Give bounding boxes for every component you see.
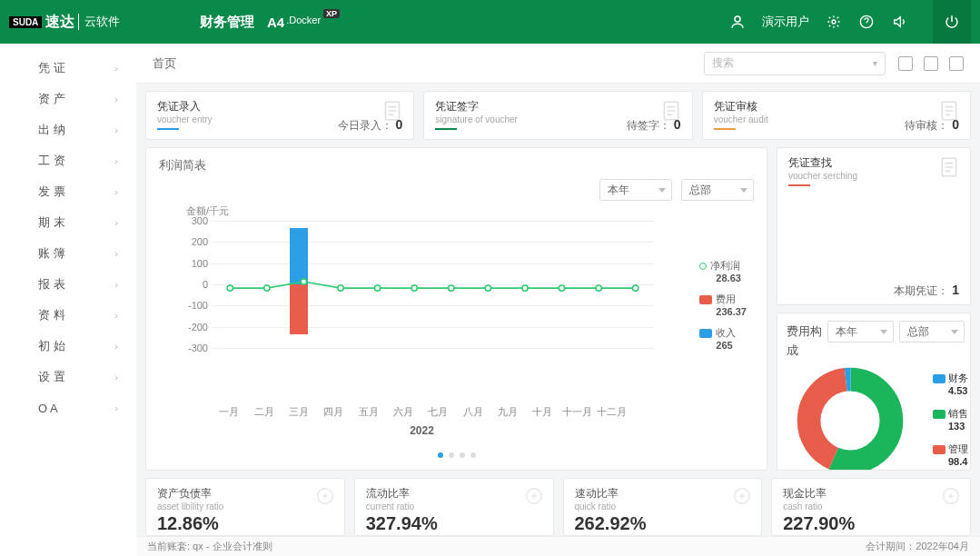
legend-income: 收入265 <box>699 326 747 351</box>
ratio-icon <box>941 486 961 506</box>
profit-title: 利润简表 <box>159 157 754 174</box>
user-icon[interactable] <box>729 14 746 30</box>
chevron-right-icon: › <box>114 248 118 259</box>
sidebar-item-8[interactable]: 资 料› <box>0 300 136 331</box>
chevron-right-icon: › <box>114 310 118 321</box>
kpi-card-3[interactable]: 凭证查找 voucher serching 本期凭证：1 <box>777 147 971 305</box>
sidebar-item-5[interactable]: 期 末› <box>0 207 136 238</box>
chevron-right-icon: › <box>114 217 118 228</box>
ratio-icon <box>732 486 752 506</box>
help-icon[interactable] <box>858 14 875 30</box>
chevron-down-icon: ▾ <box>873 58 877 68</box>
svg-point-13 <box>485 285 490 291</box>
chevron-right-icon: › <box>114 124 118 135</box>
chevron-right-icon: › <box>114 372 118 382</box>
kpi-accent <box>714 128 736 130</box>
kpi-title: 凭证查找 <box>788 156 832 169</box>
breadcrumb[interactable]: 首页 <box>153 55 176 72</box>
sidebar-item-7[interactable]: 报 表› <box>0 269 136 300</box>
kpi-subtitle: voucher serching <box>788 171 959 181</box>
logo-cloud: 云软件 <box>78 14 120 30</box>
kpi-value: 今日录入：0 <box>338 117 403 134</box>
sidebar-item-0[interactable]: 凭 证› <box>0 53 136 84</box>
chart-year: 2022 <box>410 424 434 437</box>
sidebar-item-11[interactable]: O A› <box>0 392 136 423</box>
ratio-card-2[interactable]: 速动比率 quick ratio 262.92% <box>563 478 763 536</box>
cost-dept-select[interactable]: 总部 <box>899 321 965 343</box>
app-sub: .Docker <box>286 15 321 25</box>
expand-icon-2[interactable] <box>924 56 938 71</box>
app-xp-badge: XP <box>323 9 340 18</box>
kpi-card-0[interactable]: 凭证录入 voucher entry 今日录入：0 <box>145 91 414 140</box>
sidebar-item-10[interactable]: 设 置› <box>0 362 136 392</box>
cost-year-select[interactable]: 本年 <box>827 321 894 343</box>
profit-chart: 金额/千元 3002001000-100-200-300一月二月三月四月五月六月… <box>159 204 754 444</box>
chevron-right-icon: › <box>114 94 118 104</box>
power-button[interactable] <box>933 0 971 44</box>
chevron-right-icon: › <box>114 341 118 352</box>
donut-legend-item: 财务4.53 <box>933 372 968 396</box>
kpi-value: 待审核：0 <box>905 117 959 134</box>
svg-point-17 <box>632 285 638 291</box>
module-title: 财务管理 <box>200 14 254 31</box>
legend-expense: 费用236.37 <box>699 293 747 317</box>
status-bar: 当前账套: qx - 企业会计准则 会计期间：2022年04月 <box>136 536 980 556</box>
logo: SUDA 速达 云软件 <box>0 13 136 32</box>
ratio-card-3[interactable]: 现金比率 cash ratio 227.90% <box>771 478 971 536</box>
current-account: 当前账套: qx - 企业会计准则 <box>147 540 272 553</box>
sidebar-item-4[interactable]: 发 票› <box>0 176 136 207</box>
ratio-card-0[interactable]: 资产负债率 asset libility ratio 12.86% <box>145 478 345 536</box>
cost-title-2: 成 <box>787 343 798 357</box>
kpi-accent <box>157 128 179 130</box>
sidebar-item-6[interactable]: 账 簿› <box>0 238 136 269</box>
search-placeholder: 搜索 <box>712 55 734 71</box>
net-profit-line <box>212 221 654 355</box>
fullscreen-icon[interactable] <box>949 56 964 71</box>
cost-donut-chart: 财务4.53销售133管理98.4 <box>787 366 965 471</box>
carousel-dots[interactable] <box>159 448 754 461</box>
sidebar-item-9[interactable]: 初 始› <box>0 331 136 362</box>
expand-icon-1[interactable] <box>898 56 913 71</box>
kpi-card-2[interactable]: 凭证审核 voucher audit 待审核：0 <box>702 91 971 140</box>
logo-badge: SUDA <box>9 16 42 28</box>
sidebar: 凭 证›资 产›出 纳›工 资›发 票›期 末›账 簿›报 表›资 料›初 始›… <box>0 44 136 556</box>
accounting-period: 会计期间：2022年04月 <box>866 540 969 553</box>
app-name: A4 .Docker XP <box>267 15 340 30</box>
kpi-card-1[interactable]: 凭证签字 signature of voucher 待签字：0 <box>423 91 692 140</box>
kpi-title: 凭证录入 <box>157 100 201 113</box>
sidebar-item-3[interactable]: 工 资› <box>0 145 136 176</box>
ratio-card-1[interactable]: 流动比率 current ratio 327.94% <box>354 478 554 536</box>
gear-icon[interactable] <box>826 14 842 30</box>
svg-point-10 <box>374 285 380 291</box>
main: 首页 搜索 ▾ 凭证录入 voucher entry 今日录入：0凭证签字 si… <box>136 44 980 556</box>
user-name[interactable]: 演示用户 <box>762 14 809 30</box>
document-icon <box>937 155 961 179</box>
svg-point-11 <box>411 285 417 291</box>
svg-point-16 <box>596 285 601 291</box>
kpi-value: 待签字：0 <box>627 117 681 134</box>
sidebar-item-2[interactable]: 出 纳› <box>0 114 136 145</box>
svg-point-7 <box>264 285 270 291</box>
search-input[interactable]: 搜索 ▾ <box>704 52 886 75</box>
ratio-icon <box>524 486 544 506</box>
chevron-right-icon: › <box>114 279 118 290</box>
kpi-accent <box>435 128 457 130</box>
chevron-right-icon: › <box>114 186 118 197</box>
svg-point-9 <box>338 285 343 291</box>
legend-netprofit: 净利润28.63 <box>699 259 747 283</box>
svg-point-8 <box>301 279 306 284</box>
kpi-value: 本期凭证：1 <box>894 283 959 299</box>
app-header: SUDA 速达 云软件 财务管理 A4 .Docker XP 演示用户 <box>0 0 980 44</box>
cost-structure-card: 费用构 本年 总部 成 财务4.53销售133管理98.4 <box>777 313 971 471</box>
svg-point-14 <box>522 285 528 291</box>
profit-dept-select[interactable]: 总部 <box>681 179 754 201</box>
svg-point-15 <box>559 285 564 291</box>
profit-year-select[interactable]: 本年 <box>599 179 672 201</box>
ratio-icon <box>315 486 335 506</box>
chevron-right-icon: › <box>114 63 118 74</box>
volume-icon[interactable] <box>891 14 907 30</box>
topbar: 首页 搜索 ▾ <box>136 44 980 84</box>
chevron-right-icon: › <box>114 155 118 166</box>
donut-legend-item: 销售133 <box>933 407 968 432</box>
sidebar-item-1[interactable]: 资 产› <box>0 84 136 114</box>
